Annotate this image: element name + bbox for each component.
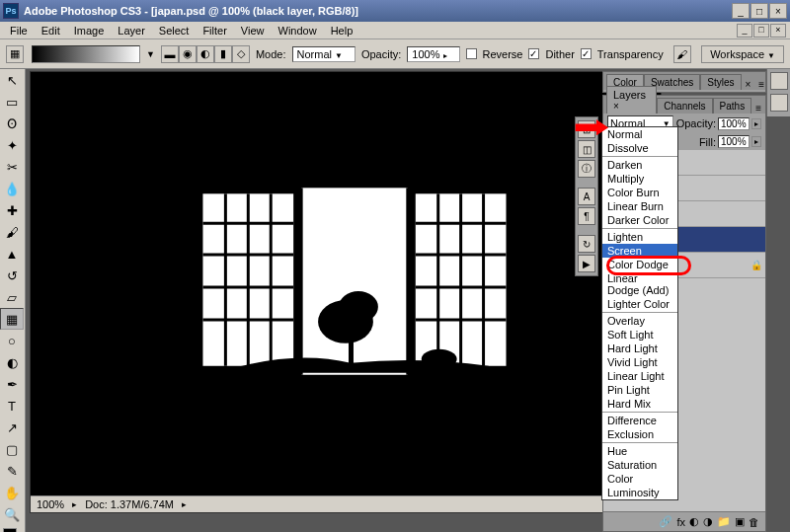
hand-tool-icon[interactable]: ✋: [0, 482, 24, 503]
gradient-reflected-icon[interactable]: ▮: [214, 45, 232, 63]
blend-option-linearburn[interactable]: Linear Burn: [602, 199, 677, 213]
character-icon[interactable]: A: [578, 188, 595, 205]
zoom-tool-icon[interactable]: 🔍: [0, 503, 24, 525]
stamp-tool-icon[interactable]: ▲: [0, 243, 24, 265]
color-swatch[interactable]: [0, 525, 25, 532]
layer-fill-input[interactable]: 100%: [718, 135, 750, 148]
blend-option-exclusion[interactable]: Exclusion: [602, 427, 677, 441]
gradient-tool-icon[interactable]: ▦: [0, 308, 24, 330]
link-icon[interactable]: 🔗: [659, 515, 672, 528]
blend-option-pinlight[interactable]: Pin Light: [602, 383, 677, 397]
folder-icon[interactable]: 📁: [717, 515, 731, 528]
blend-option-darken[interactable]: Darken: [602, 158, 677, 172]
gradient-radial-icon[interactable]: ◉: [179, 45, 197, 63]
blend-option-dissolve[interactable]: Dissolve: [602, 141, 677, 155]
menu-select[interactable]: Select: [153, 24, 196, 38]
reverse-checkbox[interactable]: [466, 48, 477, 59]
maximize-button[interactable]: □: [750, 3, 768, 19]
heal-tool-icon[interactable]: ✚: [0, 199, 24, 221]
eraser-tool-icon[interactable]: ▱: [0, 286, 24, 308]
blend-option-softlight[interactable]: Soft Light: [602, 328, 677, 342]
blend-option-multiply[interactable]: Multiply: [602, 172, 677, 186]
status-menu-icon[interactable]: ▸: [182, 499, 187, 509]
paragraph-icon[interactable]: ¶: [578, 207, 595, 225]
info-icon[interactable]: ⓘ: [578, 160, 595, 178]
gradient-diamond-icon[interactable]: ◇: [232, 45, 250, 63]
history-icon[interactable]: ↻: [578, 235, 595, 253]
menu-view[interactable]: View: [235, 24, 271, 38]
opacity-input[interactable]: 100% ▸: [407, 46, 459, 62]
close-button[interactable]: ×: [769, 3, 787, 19]
dodge-tool-icon[interactable]: ◐: [0, 351, 24, 373]
color-close-icon[interactable]: ×: [742, 79, 755, 90]
gradient-tool-icon[interactable]: ▦: [6, 45, 24, 63]
wand-tool-icon[interactable]: ✦: [0, 134, 24, 156]
fill-arrow-icon[interactable]: ▸: [751, 136, 761, 147]
move-tool-icon[interactable]: ↖: [0, 69, 24, 91]
menu-edit[interactable]: Edit: [36, 24, 66, 38]
brush-panel-icon[interactable]: 🖌: [673, 45, 691, 63]
path-tool-icon[interactable]: ↗: [0, 417, 24, 438]
layers-menu-icon[interactable]: ≡: [751, 103, 765, 114]
menu-file[interactable]: File: [4, 24, 34, 38]
menu-window[interactable]: Window: [273, 24, 323, 38]
workspace-button[interactable]: Workspace ▼: [701, 45, 784, 63]
blend-option-linearlight[interactable]: Linear Light: [602, 369, 677, 383]
blend-option-vividlight[interactable]: Vivid Light: [602, 355, 677, 369]
doc-minimize-button[interactable]: _: [737, 24, 752, 38]
tab-styles[interactable]: Styles: [700, 74, 741, 90]
status-arrow-icon[interactable]: ▸: [72, 499, 77, 509]
actions-icon[interactable]: ▶: [578, 255, 595, 272]
trash-icon[interactable]: 🗑: [749, 516, 759, 528]
menu-layer[interactable]: Layer: [112, 24, 151, 38]
blend-option-hardlight[interactable]: Hard Light: [602, 342, 677, 355]
opacity-arrow-icon[interactable]: ▸: [751, 118, 761, 129]
crop-tool-icon[interactable]: ✂: [0, 156, 24, 178]
menu-filter[interactable]: Filter: [197, 24, 232, 38]
blend-option-luminosity[interactable]: Luminosity: [602, 486, 677, 499]
blend-option-overlay[interactable]: Overlay: [602, 314, 677, 328]
blend-mode-dropdown[interactable]: Normal Dissolve Darken Multiply Color Bu…: [601, 126, 678, 500]
gradient-angle-icon[interactable]: ◐: [197, 45, 214, 63]
adjustment-icon[interactable]: ◑: [703, 515, 713, 528]
blend-option-difference[interactable]: Difference: [602, 414, 677, 427]
mask-icon[interactable]: ◐: [689, 515, 699, 528]
notes-tool-icon[interactable]: ✎: [0, 460, 24, 482]
lasso-tool-icon[interactable]: ʘ: [0, 113, 24, 134]
new-layer-icon[interactable]: ▣: [735, 515, 745, 528]
fx-icon[interactable]: fx: [676, 516, 685, 528]
brush-tool-icon[interactable]: 🖌: [0, 221, 24, 243]
shape-tool-icon[interactable]: ▢: [0, 438, 24, 460]
doc-close-button[interactable]: ×: [770, 24, 786, 38]
history-brush-tool-icon[interactable]: ↺: [0, 265, 24, 286]
minimize-button[interactable]: _: [732, 3, 750, 19]
blend-option-saturation[interactable]: Saturation: [602, 458, 677, 472]
dock-icon[interactable]: [770, 94, 788, 112]
blend-option-normal[interactable]: Normal: [602, 127, 677, 141]
marquee-tool-icon[interactable]: ▭: [0, 91, 24, 113]
gradient-picker[interactable]: [32, 45, 140, 63]
tab-channels[interactable]: Channels: [657, 98, 712, 114]
mode-select[interactable]: Normal ▼: [292, 46, 356, 62]
menu-help[interactable]: Help: [325, 24, 359, 38]
canvas[interactable]: [31, 72, 661, 512]
blend-option-lightercolor[interactable]: Lighter Color: [602, 297, 677, 311]
blur-tool-icon[interactable]: ○: [0, 330, 24, 351]
blend-option-hue[interactable]: Hue: [602, 444, 677, 458]
color-menu-icon[interactable]: ≡: [754, 79, 768, 90]
gradient-linear-icon[interactable]: ▬: [161, 45, 179, 63]
layer-opacity-input[interactable]: 100%: [718, 117, 750, 130]
menu-image[interactable]: Image: [68, 24, 111, 38]
dither-checkbox[interactable]: [528, 48, 539, 59]
blend-option-color[interactable]: Color: [602, 472, 677, 486]
type-tool-icon[interactable]: T: [0, 395, 24, 417]
blend-option-hardmix[interactable]: Hard Mix: [602, 397, 677, 411]
dock-collapse-icon[interactable]: [770, 72, 788, 90]
doc-maximize-button[interactable]: □: [753, 24, 769, 38]
blend-option-colorburn[interactable]: Color Burn: [602, 186, 677, 199]
zoom-level[interactable]: 100%: [37, 498, 64, 510]
pen-tool-icon[interactable]: ✒: [0, 373, 24, 395]
blend-option-darkercolor[interactable]: Darker Color: [602, 213, 677, 227]
tab-layers[interactable]: Layers ×: [606, 86, 657, 114]
blend-option-lighten[interactable]: Lighten: [602, 230, 677, 244]
